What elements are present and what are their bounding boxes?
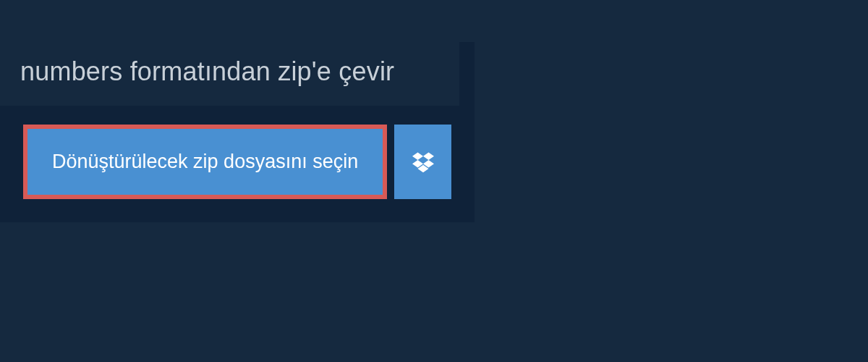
converter-panel: numbers formatından zip'e çevir Dönüştür… [0, 42, 475, 222]
file-select-highlight: Dönüştürülecek zip dosyasını seçin [23, 125, 387, 199]
title-bar: numbers formatından zip'e çevir [0, 42, 459, 106]
page-title: numbers formatından zip'e çevir [20, 56, 439, 87]
button-row: Dönüştürülecek zip dosyasını seçin [0, 106, 475, 199]
dropbox-button[interactable] [394, 125, 451, 199]
dropbox-icon [412, 152, 434, 172]
file-select-button[interactable]: Dönüştürülecek zip dosyasını seçin [27, 129, 383, 195]
